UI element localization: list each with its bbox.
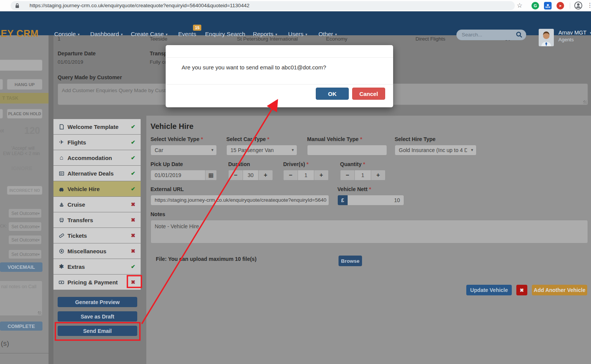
select-vehicle-type-select[interactable]: Car▾ xyxy=(150,145,217,155)
accept-hint-line2: EW LEAD < 2 min xyxy=(3,151,40,156)
nav-item-enquiry-search[interactable]: Enquiry Search xyxy=(205,31,245,38)
status-done-icon: ✔ xyxy=(131,264,135,270)
checklist-item-accommodation[interactable]: ⌂Accommodation✔ xyxy=(53,150,141,165)
chevron-down-icon: ▾ xyxy=(335,32,337,36)
browser-profile-icon[interactable] xyxy=(574,1,583,10)
nav-item-dashboard[interactable]: Dashboard▾ xyxy=(90,31,123,38)
nav-item-users[interactable]: Users▾ xyxy=(288,31,307,38)
cancel-button[interactable]: Cancel xyxy=(352,88,385,100)
pick-up-date-input[interactable]: 01/01/2019▦ xyxy=(150,170,217,180)
duration-value[interactable]: 30 xyxy=(243,170,259,180)
nav-item-other[interactable]: Other▾ xyxy=(318,31,337,38)
checklist-item-flights[interactable]: ✈Flights✔ xyxy=(53,135,141,150)
nav-item-label: Enquiry Search xyxy=(205,31,245,37)
nav-item-label: Users xyxy=(288,31,303,37)
generate-preview-button[interactable]: Generate Preview xyxy=(58,297,137,307)
vehicle-nett-input[interactable]: £10 xyxy=(337,195,404,206)
bookmark-star-icon[interactable]: ☆ xyxy=(517,2,522,9)
notes-textarea[interactable]: Note - Vehicle Hire xyxy=(150,220,588,243)
car-icon xyxy=(58,185,65,192)
quantity-stepper: −1+ xyxy=(340,170,386,180)
chevron-down-icon: ▾ xyxy=(305,32,307,36)
departure-date-label: Departure Date xyxy=(58,50,96,56)
voicemail-button[interactable]: VOICEMAIL xyxy=(0,262,42,272)
quantity-decrement-button[interactable]: − xyxy=(340,170,354,180)
remove-vehicle-button[interactable]: ✖ xyxy=(516,285,527,295)
drivers-increment-button[interactable]: + xyxy=(314,170,328,180)
send-email-button[interactable]: Send Email xyxy=(58,326,137,336)
status-done-icon: ✔ xyxy=(131,124,135,130)
add-another-vehicle-button[interactable]: Add Another Vehicle xyxy=(532,285,587,295)
callback-label: CK: xyxy=(0,224,7,228)
duration-decrement-button[interactable]: − xyxy=(229,170,243,180)
new-extension-icon[interactable]: ▣NEW xyxy=(544,2,552,9)
grammarly-extension-icon[interactable]: G xyxy=(531,2,539,9)
place-on-hold-button[interactable]: PLACE ON HOLD xyxy=(7,109,42,119)
checklist-item-extras[interactable]: ✱Extras✔ xyxy=(53,259,141,274)
drivers-value[interactable]: 1 xyxy=(298,170,314,180)
checklist-item-tickets[interactable]: Tickets✖ xyxy=(53,228,141,243)
incorrect-no-button[interactable]: INCORRECT NO xyxy=(7,186,42,195)
set-outcome-select-2[interactable]: Set Outcome▾ xyxy=(8,222,42,231)
nav-item-create-case[interactable]: Create Case▾ xyxy=(131,31,168,38)
checklist-item-cruise[interactable]: Cruise✖ xyxy=(53,197,141,212)
chevron-down-icon: ▾ xyxy=(38,253,40,256)
browser-chrome: https://staging.journey-crm.co.uk/enquir… xyxy=(0,0,591,11)
nav-item-events[interactable]: Events15 xyxy=(178,31,196,38)
checklist-item-label: Vehicle Hire xyxy=(67,186,131,192)
checklist-item-welcome-template[interactable]: Welcome Template✔ xyxy=(53,119,141,134)
search-icon[interactable] xyxy=(516,31,522,38)
select-hire-type-select[interactable]: Gold Insurance (Inc up to 4 Driv▾ xyxy=(395,145,477,155)
call-notes-textarea[interactable]: nal notes on Call xyxy=(0,281,42,316)
vehicle-nett-label: Vehicle Nett* xyxy=(337,186,371,192)
checklist-item-vehicle-hire[interactable]: Vehicle Hire✔ xyxy=(53,181,141,196)
drivers-decrement-button[interactable]: − xyxy=(284,170,298,180)
nav-item-reports[interactable]: Reports▾ xyxy=(253,31,277,38)
browser-menu-icon[interactable]: ⋮ xyxy=(587,2,591,9)
hang-up-button[interactable]: HANG UP xyxy=(7,79,42,90)
set-outcome-select-1[interactable]: Set Outcome▾ xyxy=(8,209,42,218)
notes-label: Notes xyxy=(150,211,165,217)
checklist-item-alternative-deals[interactable]: Alternative Deals✔ xyxy=(53,166,141,181)
set-outcome-select-4[interactable]: Set Outcome▾ xyxy=(8,249,42,259)
ok-button[interactable]: OK xyxy=(316,88,349,100)
calendar-icon[interactable]: ▦ xyxy=(205,170,216,180)
app-logo[interactable]: EY CRM xyxy=(1,28,39,39)
complete-button[interactable]: COMPLETE xyxy=(0,322,42,331)
partial-button[interactable] xyxy=(0,109,3,119)
save-as-draft-button[interactable]: Save as Draft xyxy=(58,311,137,322)
checklist-item-miscellaneous[interactable]: Miscellaneous✖ xyxy=(53,243,141,259)
checklist-item-label: Transfers xyxy=(67,217,131,223)
browse-button[interactable]: Browse xyxy=(339,256,362,266)
user-avatar[interactable] xyxy=(539,29,554,46)
chevron-down-icon: ▾ xyxy=(78,32,80,36)
update-vehicle-button[interactable]: Update Vehicle xyxy=(466,285,512,295)
user-name[interactable]: Arnav MGT ▾ xyxy=(558,30,591,36)
checklist-item-label: Alternative Deals xyxy=(67,170,131,177)
close-icon: ✖ xyxy=(520,287,524,293)
checklist-item-transfers[interactable]: Transfers✖ xyxy=(53,212,141,228)
url-text[interactable]: https://staging.journey-crm.co.uk/enquir… xyxy=(30,3,249,8)
ship-icon xyxy=(58,201,65,208)
timer-prefix: ot xyxy=(0,128,4,133)
external-url-input[interactable]: https://staging.journey-crm.co.uk/enquir… xyxy=(150,195,329,206)
partial-button[interactable] xyxy=(0,79,3,90)
select-car-type-select[interactable]: 15 Passenger Van▾ xyxy=(226,145,297,155)
nav-item-label: Reports xyxy=(253,31,273,37)
red-extension-icon[interactable]: ➤ xyxy=(557,2,564,9)
manual-vehicle-type-input[interactable] xyxy=(307,145,387,155)
call-number-box[interactable] xyxy=(0,60,42,71)
user-role: Agents xyxy=(558,37,574,42)
status-missing-icon: ✖ xyxy=(131,217,135,223)
checklist-item-pricing-payment[interactable]: Pricing & Payment✖ xyxy=(53,275,141,290)
pick-up-date-label: Pick Up Date xyxy=(150,161,183,167)
nav-item-console[interactable]: Console▾ xyxy=(54,31,80,38)
ignore-button[interactable]: IGNORE xyxy=(11,165,32,171)
duration-increment-button[interactable]: + xyxy=(259,170,273,180)
quantity-increment-button[interactable]: + xyxy=(371,170,385,180)
set-outcome-select-3[interactable]: Set Outcome▾ xyxy=(8,235,42,245)
chevron-down-icon: ▾ xyxy=(211,147,213,152)
select-vehicle-type-label: Select Vehicle Type* xyxy=(150,136,203,142)
quantity-value[interactable]: 1 xyxy=(354,170,371,180)
search-input[interactable] xyxy=(461,31,510,38)
